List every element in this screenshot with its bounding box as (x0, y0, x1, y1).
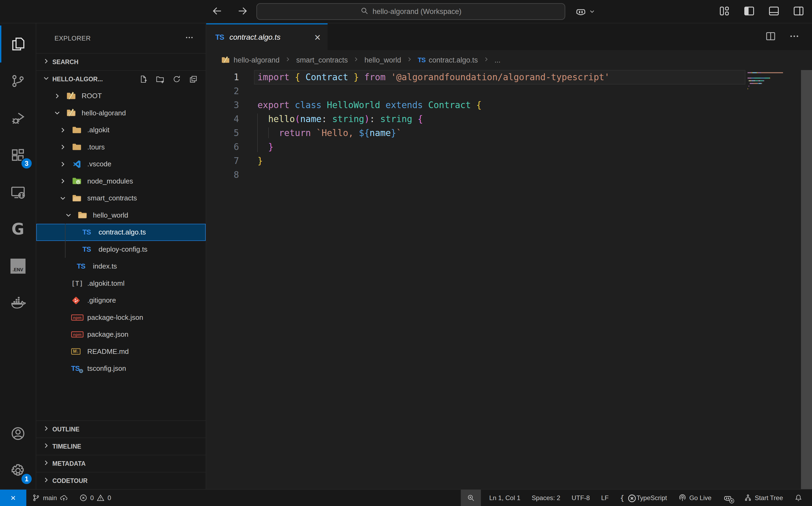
minimap[interactable] (748, 72, 793, 94)
tree-item-.vscode[interactable]: .vscode (36, 156, 206, 173)
activity-item-explorer[interactable] (0, 25, 36, 63)
folder-file-icon (71, 142, 87, 152)
tree-item-smart_contracts[interactable]: smart_contracts (36, 190, 206, 207)
toggle-primary-sidebar-icon[interactable] (743, 5, 755, 18)
command-center-search[interactable]: hello-algorand (Workspace) (256, 3, 565, 20)
code-line-2[interactable]: 2 (206, 84, 812, 98)
explorer-more-actions-icon[interactable] (185, 33, 194, 44)
copilot-icon (575, 5, 587, 18)
tree-item-.algokit[interactable]: .algokit (36, 121, 206, 139)
code-line-4[interactable]: 4 hello(name: string): string { (206, 112, 812, 126)
copilot-menu-button[interactable] (575, 0, 596, 23)
breadcrumb-item-contract.algo.ts[interactable]: TScontract.algo.ts (418, 56, 478, 64)
chevron-right-icon[interactable] (59, 143, 71, 151)
code-editor[interactable]: 1import { Contract } from '@algorandfoun… (206, 70, 812, 489)
editor-scrollbar[interactable] (801, 70, 812, 489)
section-metadata[interactable]: METADATA (36, 455, 206, 472)
collapse-all-icon[interactable] (189, 75, 198, 83)
status-cursor-position[interactable]: Ln 1, Col 1 (484, 490, 526, 506)
tree-item-contract.algo.ts[interactable]: TScontract.algo.ts (36, 224, 206, 241)
breadcrumb-item-hello-algorand[interactable]: hello-algorand (221, 56, 280, 64)
tree-item-label: .algokit.toml (87, 279, 125, 287)
section-timeline[interactable]: TIMELINE (36, 438, 206, 455)
breadcrumb-item-hello_world[interactable]: hello_world (364, 56, 401, 64)
tree-item-hello-algorand[interactable]: hello-algorand (36, 105, 206, 122)
git-branch-label: main (43, 494, 57, 502)
tree-item-hello_world[interactable]: hello_world (36, 207, 206, 224)
activity-item-settings[interactable]: 1 (0, 452, 36, 489)
tree-item-.tours[interactable]: .tours (36, 139, 206, 156)
status-zoom[interactable] (461, 490, 481, 506)
folder-open-file-icon (71, 193, 87, 203)
line-number: 7 (206, 156, 239, 166)
tree-item-node_modules[interactable]: JSnode_modules (36, 173, 206, 190)
chevron-right-icon[interactable] (59, 126, 71, 134)
customize-layout-icon[interactable] (719, 5, 730, 18)
chevron-right-icon[interactable] (53, 92, 66, 100)
toggle-panel-icon[interactable] (768, 5, 780, 18)
activity-item-source-control[interactable] (0, 63, 36, 99)
docker-icon (10, 296, 26, 311)
broadcast-icon (678, 494, 687, 502)
section-codetour[interactable]: CODETOUR (36, 472, 206, 489)
tab-contract-algo-ts[interactable]: TS contract.algo.ts × (206, 23, 327, 50)
chevron-right-icon[interactable] (59, 160, 71, 168)
chevron-down-icon[interactable] (64, 211, 77, 219)
breadcrumb-item-smart_contracts[interactable]: smart_contracts (296, 56, 348, 64)
activity-item-run-debug[interactable] (0, 99, 36, 137)
split-editor-icon[interactable] (765, 31, 776, 43)
tree-item-deploy-config.ts[interactable]: TSdeploy-config.ts (36, 241, 206, 258)
activity-item-dotenv[interactable]: .ENV (0, 248, 36, 285)
tree-item-tsconfig.json[interactable]: TS⚙tsconfig.json (36, 360, 206, 377)
status-git-branch[interactable]: main (26, 490, 74, 506)
status-indentation[interactable]: Spaces: 2 (526, 490, 566, 506)
tree-item-label: tsconfig.json (87, 364, 126, 373)
workspace-header[interactable]: HELLO-ALGOR... (36, 70, 206, 87)
status-eol[interactable]: LF (596, 490, 614, 506)
chevron-right-icon[interactable] (59, 177, 71, 185)
new-file-icon[interactable] (139, 75, 148, 83)
breadcrumb-item-...[interactable]: ... (495, 56, 501, 64)
new-folder-icon[interactable] (156, 75, 164, 83)
section-search[interactable]: SEARCH (36, 53, 206, 70)
tree-item-ROOT[interactable]: ROOT (36, 87, 206, 105)
tree-item-label: deploy-config.ts (98, 245, 147, 254)
status-language-status[interactable]: { }TypeScript (614, 490, 673, 506)
status-notifications[interactable] (789, 490, 808, 506)
back-arrow-icon[interactable] (212, 5, 223, 18)
refresh-icon[interactable] (172, 75, 181, 83)
status-start-tree[interactable]: Start Tree (738, 490, 789, 506)
code-line-7[interactable]: 7} (206, 154, 812, 168)
code-line-1[interactable]: 1import { Contract } from '@algorandfoun… (206, 70, 812, 84)
tree-item-README.md[interactable]: M↓README.md (36, 343, 206, 360)
status-problems[interactable]: 00 (74, 490, 117, 506)
title-bar: hello-algorand (Workspace) (0, 0, 812, 23)
code-line-6[interactable]: 6 } (206, 140, 812, 154)
status-copilot-status[interactable] (717, 490, 738, 506)
code-line-5[interactable]: 5 return `Hello, ${name}` (206, 126, 812, 140)
tree-item-package.json[interactable]: npmpackage.json (36, 326, 206, 343)
forward-arrow-icon[interactable] (237, 5, 248, 18)
status-go-live[interactable]: Go Live (673, 490, 717, 506)
code-line-8[interactable]: 8 (206, 168, 812, 182)
editor-more-actions-icon[interactable] (789, 31, 800, 43)
close-tab-icon[interactable]: × (314, 32, 320, 43)
chevron-down-icon[interactable] (59, 194, 71, 202)
activity-item-extensions[interactable]: 3 (0, 137, 36, 174)
toggle-secondary-sidebar-icon[interactable] (793, 5, 805, 18)
tree-item-.gitignore[interactable]: .gitignore (36, 292, 206, 309)
tree-item-index.ts[interactable]: TSindex.ts (36, 258, 206, 275)
tree-item-label: index.ts (93, 262, 117, 270)
tree-item-package-lock.json[interactable]: npmpackage-lock.json (36, 309, 206, 326)
activity-item-accounts[interactable] (0, 415, 36, 452)
tree-item-.algokit.toml[interactable]: [T].algokit.toml (36, 275, 206, 292)
indentation-label: Spaces: 2 (532, 494, 561, 502)
activity-item-remote-explorer[interactable] (0, 174, 36, 210)
activity-item-docker[interactable] (0, 285, 36, 322)
code-line-3[interactable]: 3export class HelloWorld extends Contrac… (206, 98, 812, 112)
status-encoding[interactable]: UTF-8 (566, 490, 596, 506)
chevron-down-icon[interactable] (53, 109, 66, 117)
activity-item-g-extension[interactable]: G (0, 210, 36, 248)
section-outline[interactable]: OUTLINE (36, 420, 206, 438)
status-remote-indicator[interactable] (0, 490, 26, 506)
